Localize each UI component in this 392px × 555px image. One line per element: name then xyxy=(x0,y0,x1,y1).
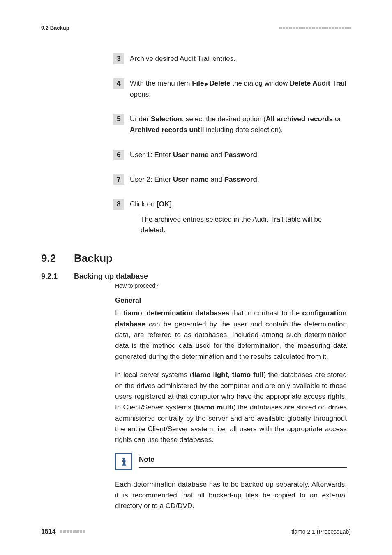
product-tiamo-full: tiamo full xyxy=(232,371,264,379)
step-3: 3 Archive desired Audit Trail entries. xyxy=(113,53,347,64)
info-icon xyxy=(115,453,132,470)
svg-rect-3 xyxy=(122,464,126,465)
page-footer: 1514 tiamo 2.1 (ProcessLab) xyxy=(41,528,351,535)
note-callout: Note Each determination database has to … xyxy=(115,453,347,512)
term-determination-databases: determination databases xyxy=(147,309,230,317)
text-run: Click on xyxy=(130,200,157,208)
text-run: With the menu item xyxy=(130,79,192,87)
note-label: Note xyxy=(139,456,347,465)
step-text: Click on [OK]. The archived entries sele… xyxy=(130,199,347,236)
step-text: Archive desired Audit Trail entries. xyxy=(130,53,235,64)
text-run: and xyxy=(209,176,224,183)
running-header: 9.2 Backup xyxy=(41,25,351,31)
page-number: 1514 xyxy=(41,528,56,535)
product-tiamo-multi: tiamo multi xyxy=(196,403,233,411)
text-run: User 1: Enter xyxy=(130,151,173,159)
text-run: , xyxy=(142,309,147,317)
menu-file: File xyxy=(192,79,204,87)
general-heading: General xyxy=(115,296,351,305)
step-text: User 1: Enter User name and Password. xyxy=(130,150,259,160)
dialog-name: Delete Audit Trail xyxy=(290,79,346,87)
step-7: 7 User 2: Enter User name and Password. xyxy=(113,174,347,185)
numbered-steps: 3 Archive desired Audit Trail entries. 4… xyxy=(113,53,347,236)
text-run: , select the desired option ( xyxy=(182,115,266,123)
field-selection: Selection xyxy=(151,115,182,123)
text-run: . xyxy=(257,176,259,183)
text-run: , xyxy=(228,371,232,379)
footer-ornament xyxy=(60,530,85,533)
section-number: 9.2 xyxy=(41,252,74,265)
header-section-ref: 9.2 Backup xyxy=(41,25,69,31)
section-heading: 9.2 Backup xyxy=(41,252,351,265)
menu-delete: Delete xyxy=(209,79,230,87)
text-run: . xyxy=(257,151,259,159)
field-password: Password xyxy=(224,176,257,183)
button-ok: [OK] xyxy=(157,200,172,208)
text-run: User 2: Enter xyxy=(130,176,173,183)
step-text: User 2: Enter User name and Password. xyxy=(130,174,259,185)
menu-separator-icon: ▶ xyxy=(205,80,208,88)
text-run: the dialog window xyxy=(231,79,290,87)
section-title: Backup xyxy=(74,252,113,265)
subsubheading: How to proceed? xyxy=(115,282,351,289)
text-run: or xyxy=(333,115,341,123)
text-run: opens. xyxy=(130,90,151,98)
product-tiamo: tiamo xyxy=(123,309,142,317)
note-body: Each determination database has to be ba… xyxy=(115,479,347,512)
note-divider xyxy=(139,467,347,468)
text-run: Under xyxy=(130,115,151,123)
field-username: User name xyxy=(173,176,209,183)
step-5: 5 Under Selection, select the desired op… xyxy=(113,114,347,136)
field-username: User name xyxy=(173,151,209,159)
subsection-number: 9.2.1 xyxy=(41,272,74,281)
text-run: can be generated by the user and contain… xyxy=(115,320,347,361)
subsection-heading: 9.2.1 Backing up database xyxy=(41,272,351,281)
footer-product: tiamo 2.1 (ProcessLab) xyxy=(291,528,351,535)
step-number: 3 xyxy=(113,53,124,64)
option-archived-until: Archived records until xyxy=(130,126,204,134)
step-text: With the menu item File▶Delete the dialo… xyxy=(130,78,347,100)
text-run: In local server systems ( xyxy=(115,371,192,379)
text-run: including date selection). xyxy=(204,126,283,134)
step-number: 4 xyxy=(113,78,124,89)
header-ornament xyxy=(279,27,351,29)
paragraph-general-2: In local server systems (tiamo light, ti… xyxy=(115,370,347,445)
step-6: 6 User 1: Enter User name and Password. xyxy=(113,150,347,160)
paragraph-general-1: In tiamo, determination databases that i… xyxy=(115,308,347,362)
step-number: 5 xyxy=(113,114,124,125)
text-run: . xyxy=(172,200,174,208)
step-text: Under Selection, select the desired opti… xyxy=(130,114,347,136)
step-result: The archived entries selected in the Aud… xyxy=(141,214,347,236)
subsection-title: Backing up database xyxy=(74,272,148,281)
option-all-archived: All archived records xyxy=(266,115,333,123)
field-password: Password xyxy=(224,151,257,159)
step-4: 4 With the menu item File▶Delete the dia… xyxy=(113,78,347,100)
step-number: 8 xyxy=(113,199,124,210)
svg-point-0 xyxy=(122,457,125,459)
text-run: In xyxy=(115,309,123,317)
step-number: 6 xyxy=(113,150,124,160)
step-number: 7 xyxy=(113,174,124,185)
product-tiamo-light: tiamo light xyxy=(192,371,228,379)
step-8: 8 Click on [OK]. The archived entries se… xyxy=(113,199,347,236)
text-run: that in contrast to the xyxy=(229,309,302,317)
text-run: and xyxy=(209,151,224,159)
